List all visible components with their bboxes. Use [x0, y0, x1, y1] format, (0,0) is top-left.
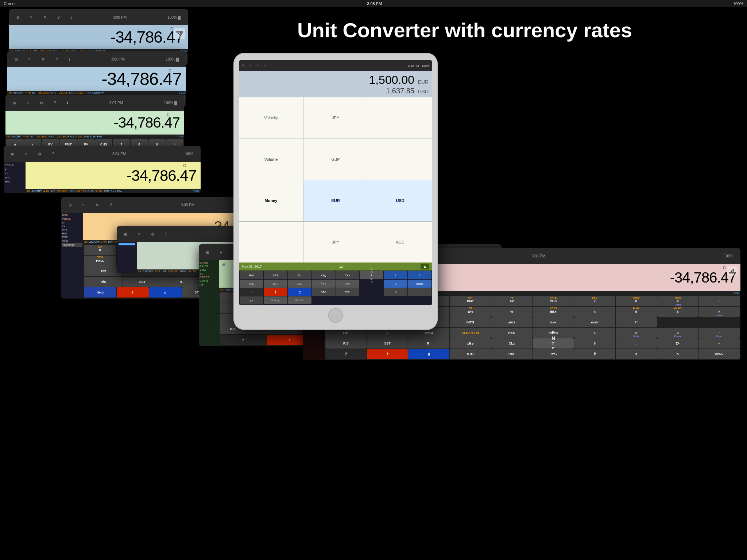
- ipad-key-gto[interactable]: GTO: [288, 280, 311, 288]
- key-help-5: Help: [84, 287, 116, 298]
- key-7-8[interactable]: 7BEG: [574, 296, 615, 306]
- key-reg-8[interactable]: REG: [491, 328, 533, 338]
- key-9-8[interactable]: 9MEMLoan: [657, 296, 698, 306]
- ipad-key-clx[interactable]: CLx: [336, 271, 360, 279]
- key-minus-8[interactable]: −Bond: [698, 328, 740, 338]
- key-n-5[interactable]: n12×: [84, 245, 116, 255]
- money-label[interactable]: Money: [239, 180, 303, 221]
- ipad-battery: 100%: [422, 64, 429, 67]
- ipad-key-xsy[interactable]: x≷y: [312, 271, 336, 279]
- key-g-8[interactable]: g: [408, 349, 449, 359]
- ipad-key-rs[interactable]: R/S: [240, 271, 263, 279]
- ipad-key-3[interactable]: 3: [384, 280, 407, 288]
- settings-icon-6: ⚙: [151, 232, 154, 236]
- key-lstx-8[interactable]: LST.x: [533, 349, 574, 359]
- ipad-settings-btn[interactable]: Settings: [264, 296, 287, 304]
- display-2: -34,786.47 C: [7, 67, 186, 91]
- key-rcl-8[interactable]: RCL: [491, 349, 533, 359]
- ipad-key-rd[interactable]: R↓: [288, 271, 311, 279]
- calculator-4: ⊞ ≡ ⚙ ? 3:04 PM 100% PRICE yˣ √x P/R R/S…: [4, 146, 201, 193]
- ipad-key-dot[interactable]: .: [408, 288, 431, 296]
- ipad-key-sto[interactable]: STO: [312, 288, 336, 296]
- key-5-8[interactable]: 5D.MY: [616, 307, 657, 317]
- key-mdy-8[interactable]: ●M.DY: [574, 317, 615, 327]
- key-sigma2-8[interactable]: Σ+: [657, 338, 698, 349]
- sidebar-5: BON PRICE yˣ √x P/R R/S PSE Help ?Settin…: [61, 213, 83, 299]
- key-f-8[interactable]: f: [367, 349, 408, 359]
- key-dot-8[interactable]: .: [616, 338, 657, 349]
- key-fin-8[interactable]: CLEAR FIN: [450, 328, 491, 338]
- ipad-home-button[interactable]: [328, 308, 343, 323]
- ipad-key-x0[interactable]: x=0: [336, 280, 360, 288]
- key-3-8[interactable]: 3Forex: [657, 328, 698, 338]
- gbp-label[interactable]: GBP: [303, 139, 368, 180]
- volume-label[interactable]: Volume: [239, 139, 303, 180]
- key-rd-8[interactable]: R↓: [408, 338, 449, 349]
- key-rs-5[interactable]: R/S: [84, 277, 123, 287]
- key-dmy-8[interactable]: D.MY: [533, 317, 574, 327]
- key-dp-8[interactable]: Δ%DB: [450, 307, 491, 317]
- key-sst-5[interactable]: SST: [123, 277, 162, 287]
- sidebar-settings-5[interactable]: ?Settings: [62, 243, 82, 247]
- key-mul-8[interactable]: ×Lease: [698, 307, 740, 317]
- ipad-key-xsy2[interactable]: x̄≷y: [312, 280, 336, 288]
- key-8-8[interactable]: 8●END: [616, 296, 657, 306]
- key-conv-8[interactable]: CONV: [698, 349, 740, 359]
- ipad-key-sigma-p[interactable]: Σ+: [240, 296, 263, 304]
- key-chs-8[interactable]: CHSDATE: [533, 296, 574, 306]
- swap-arrow-icon[interactable]: ⇄: [339, 264, 343, 269]
- jpy-label-bot[interactable]: JPY: [303, 222, 368, 263]
- ipad-key-1[interactable]: 1: [384, 271, 407, 279]
- eur-label[interactable]: EUR: [303, 180, 368, 221]
- ipad-key-enter[interactable]: ENTER: [360, 271, 383, 279]
- key-xy-8[interactable]: x≷y: [450, 338, 491, 349]
- key-1-8[interactable]: 1: [574, 328, 615, 338]
- key-6-8[interactable]: 6●M.DY: [657, 307, 698, 317]
- key-sto-8[interactable]: STO: [450, 349, 491, 359]
- ipad-key-0[interactable]: 0: [384, 288, 407, 296]
- key-ee-8[interactable]: EEXΔDYS: [533, 307, 574, 317]
- ipad-key-pse[interactable]: PSE: [240, 280, 263, 288]
- key-xbar-8[interactable]: x̄: [574, 349, 615, 359]
- ipad-wrksht-btn[interactable]: WrkSht: [288, 296, 311, 304]
- key-0-8[interactable]: 0: [574, 338, 615, 349]
- key-div-8[interactable]: ÷: [698, 296, 740, 306]
- usd-label[interactable]: USD: [368, 180, 432, 221]
- ipad-key-g[interactable]: g: [288, 288, 311, 296]
- jpy-label-top[interactable]: JPY: [303, 97, 368, 139]
- key-rs-8[interactable]: R/S: [325, 338, 367, 349]
- key-s-8[interactable]: s: [616, 349, 657, 359]
- key-f-5[interactable]: f: [117, 287, 149, 298]
- c-indicator-4: C: [183, 163, 186, 168]
- key-g-5[interactable]: g: [149, 287, 182, 298]
- key-2-8[interactable]: 2Stats: [616, 328, 657, 338]
- ipad-display-main: 1,500.00: [369, 73, 414, 86]
- arrow-up-icon[interactable]: ▲: [421, 264, 429, 269]
- ipad-key-ratios[interactable]: Ratios: [408, 280, 431, 288]
- key-sigmax-8[interactable]: Σ-: [657, 349, 698, 359]
- key-fv-8[interactable]: FVNj: [491, 296, 533, 306]
- key-p-8[interactable]: %: [491, 307, 533, 317]
- help-icon-3: ?: [54, 101, 56, 105]
- key-clx-8[interactable]: CLx: [491, 338, 533, 349]
- calculator-3: ⊞ ≡ ⚙ ? ℹ 3:07 PM 100% ▓ -34,786.47 C 48…: [5, 95, 184, 151]
- key-rd-5[interactable]: R↓: [162, 277, 201, 287]
- ipad-key-sst[interactable]: SST: [264, 271, 287, 279]
- help-icon-5: ?: [110, 203, 112, 207]
- ipad-key-rcl[interactable]: RCL: [336, 288, 360, 296]
- ipad-key-f[interactable]: f: [264, 288, 287, 296]
- key-pmt-8[interactable]: PMTCFj: [450, 296, 491, 306]
- key-4-8[interactable]: 4: [574, 307, 615, 317]
- key-sst-8[interactable]: SST: [367, 338, 408, 349]
- aud-label[interactable]: AUD: [368, 222, 432, 263]
- ipad-key-bst[interactable]: BST: [264, 280, 287, 288]
- velocity-label[interactable]: Velocity: [239, 97, 303, 139]
- key-intg-8[interactable]: INTG: [450, 317, 491, 327]
- key-zn-8[interactable]: ℤⁿ: [616, 317, 657, 327]
- ipad-key-2[interactable]: 2: [408, 271, 431, 279]
- key-plus-8[interactable]: +: [698, 338, 740, 349]
- key-ytm-5[interactable]: PRICEYTM: [84, 256, 116, 266]
- key-enter-8[interactable]: ENTER: [533, 338, 574, 349]
- key-adys-8[interactable]: ΔDYS: [491, 317, 533, 327]
- clear-btn-8[interactable]: ↺: [727, 266, 738, 276]
